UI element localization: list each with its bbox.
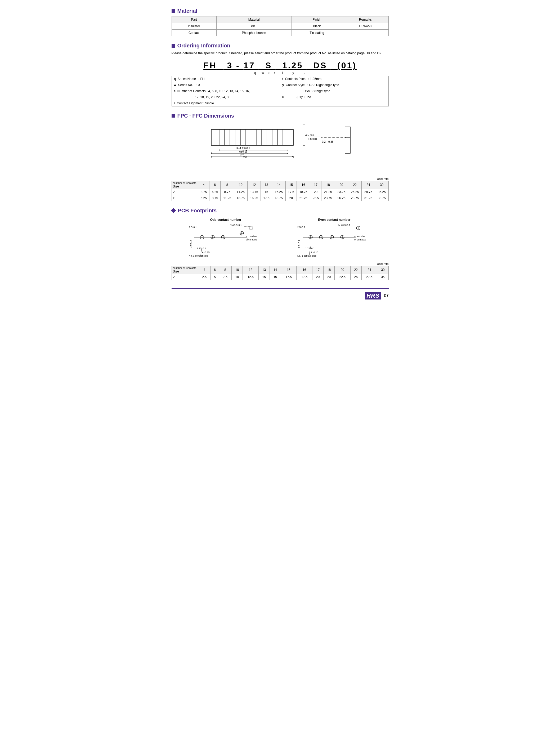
- table-row: Contact Phosphor bronze Tin plating ———: [172, 30, 388, 36]
- fpc-cell: 26.25: [348, 189, 362, 195]
- pn-fh: FH: [203, 61, 217, 70]
- pcb-col-18: 18: [323, 266, 334, 274]
- ordering-row-1: q Series Name : FH t Contacts Pitch : 1.…: [172, 76, 388, 82]
- col-10: 10: [234, 181, 248, 189]
- fpc-cell: 21.25: [297, 195, 310, 201]
- fpc-cell: 23.75: [335, 189, 348, 195]
- fpc-cell: 16.25: [247, 195, 261, 201]
- pcb-row-label: A: [172, 274, 198, 280]
- fpc-cell: 38.75: [375, 195, 388, 201]
- label-w: w Series No. : 3: [174, 83, 200, 87]
- svg-text:N: number: N: number: [246, 235, 257, 238]
- svg-text:2.5±0.1: 2.5±0.1: [189, 226, 197, 229]
- ordering-row-3: e Number of Contacts : 4, 6, 8, 10, 12, …: [172, 88, 388, 94]
- material-heading: Material: [172, 8, 389, 14]
- ordering-cell-empty: [280, 100, 389, 106]
- square-icon-3: [172, 114, 175, 118]
- fpc-unit-label: Unit: mm: [172, 177, 389, 180]
- pcb-cell: 17.5: [297, 274, 312, 280]
- ordering-cell-u: u (01): Tube: [280, 94, 389, 100]
- svg-text:2.5±0.1: 2.5±0.1: [297, 226, 305, 229]
- svg-text:of contacts: of contacts: [246, 238, 257, 241]
- fpc-cell: 20: [310, 189, 321, 195]
- material-phosphor: Phosphor bronze: [216, 30, 292, 36]
- pcb-cell: 15: [270, 274, 281, 280]
- pcb-unit-label: Unit: mm: [172, 262, 389, 265]
- fpc-cell: 15: [261, 189, 272, 195]
- fpc-cell: 36.25: [375, 189, 388, 195]
- fpc-cell: 31.25: [362, 195, 375, 201]
- pcb-cell: 35: [377, 274, 388, 280]
- ordering-row-4: 17, 18, 19, 20, 22, 24, 30 u (01): Tube: [172, 94, 388, 100]
- pcb-dimension-table: Number of ContactsSize 4 6 8 10 12 13 14…: [172, 266, 389, 280]
- svg-text:N-ø0.9±0.1: N-ø0.9±0.1: [338, 224, 350, 226]
- col-14: 14: [272, 181, 285, 189]
- pn-3: 3: [227, 61, 233, 70]
- col-material: Material: [216, 16, 292, 23]
- pcb-cell: 15: [258, 274, 270, 280]
- pcb-heading: PCB Footprints: [172, 208, 389, 214]
- pcb-cell: 12.5: [243, 274, 258, 280]
- svg-text:2.5±0.1: 2.5±0.1: [189, 240, 192, 248]
- fpc-heading-text: FPC · FFC Dimensions: [177, 113, 234, 119]
- fpc-data-row: B6.258.7511.2513.7516.2517.518.752021.25…: [172, 195, 388, 201]
- odd-svg: 2.5±0.1 N-ø0.9±0.1 N: number of contacts…: [189, 223, 263, 257]
- odd-label: Odd contact number: [189, 218, 263, 222]
- fpc-cell: 23.75: [321, 195, 335, 201]
- fpc-section: FPC · FFC Dimensions 4.5: [172, 113, 389, 201]
- label-t: t Contacts Pitch : 1.25mm: [282, 77, 321, 81]
- fpc-cell: 6.25: [198, 195, 209, 201]
- part-contact: Contact: [172, 30, 216, 36]
- material-pbt: PBT: [216, 23, 292, 30]
- svg-marker-40: [292, 156, 293, 157]
- ordering-cell-dsa: DSA : Straight type: [280, 88, 389, 94]
- diamond-icon: [171, 208, 176, 213]
- fpc-cell: 28.75: [348, 195, 362, 201]
- fpc-row-label: B: [172, 195, 198, 201]
- svg-marker-33: [211, 153, 212, 154]
- pn-17: 17: [244, 61, 255, 70]
- col-13: 13: [261, 181, 272, 189]
- svg-marker-27: [219, 150, 220, 151]
- pcb-col-22: 22: [350, 266, 361, 274]
- svg-text:of contacts: of contacts: [354, 238, 366, 241]
- fpc-row-label: A: [172, 189, 198, 195]
- pn-space1: [220, 61, 224, 70]
- fpc-cell: 3.75: [198, 189, 209, 195]
- remarks-ul: UL94V-0: [342, 23, 388, 30]
- pcb-cell: 27.5: [361, 274, 377, 280]
- ordering-cell-r: r Contact alignment : Single: [172, 100, 280, 106]
- part-number-display: FH 3 - 17 S 1.25 DS (01): [203, 61, 357, 70]
- pcb-cell: 2.5: [198, 274, 211, 280]
- pcb-number-of-contacts-header: Number of ContactsSize: [172, 266, 198, 274]
- ordering-section: Ordering Information Please determine th…: [172, 43, 389, 106]
- label-y: y Contact Style : DS : Right angle type: [282, 83, 339, 87]
- pcb-col-24: 24: [361, 266, 377, 274]
- fpc-cell: 21.25: [321, 189, 335, 195]
- pcb-col-30: 30: [377, 266, 388, 274]
- fpc-cell: 13.75: [234, 195, 248, 201]
- col-6: 6: [209, 181, 220, 189]
- svg-marker-34: [287, 153, 288, 154]
- even-label: Even contact number: [297, 218, 371, 222]
- label-e: e Number of Contacts : 4, 6, 8, 10, 12, …: [174, 89, 250, 93]
- even-svg: 2.5±0.1 N-ø0.9±0.1 N: number of contacts…: [297, 223, 371, 257]
- col-16: 16: [297, 181, 310, 189]
- pn-space4: [306, 61, 310, 70]
- svg-text:-0.2: -0.2: [243, 155, 247, 158]
- fpc-drawing: 4.5 min. 0.8±0.05 0.2～0.35 P=1.25±0.1: [172, 122, 389, 175]
- fpc-cell: 16.25: [272, 189, 285, 195]
- pcb-drawings: Odd contact number: [172, 218, 389, 258]
- svg-text:1.25±0.1: 1.25±0.1: [305, 247, 315, 250]
- pcb-col-12: 12: [243, 266, 258, 274]
- letter-w: w: [260, 71, 266, 75]
- col-22: 22: [348, 181, 362, 189]
- letter-r: r: [272, 71, 277, 75]
- svg-rect-20: [345, 127, 350, 153]
- col-remarks: Remarks: [342, 16, 388, 23]
- pcb-col-14: 14: [270, 266, 281, 274]
- svg-text:0.2～0.35: 0.2～0.35: [322, 140, 334, 143]
- part-insulator: Insulator: [172, 23, 216, 30]
- number-of-contacts-header: Number of ContactsSize: [172, 181, 198, 189]
- pn-125: 1.25: [282, 61, 303, 70]
